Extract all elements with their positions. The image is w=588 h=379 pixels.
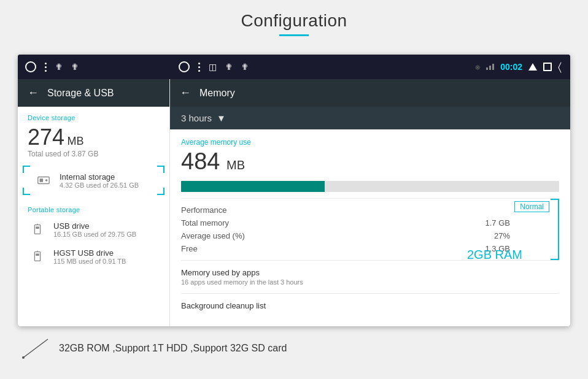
- bracket-tr: [157, 166, 164, 173]
- left-panel-header: ← Storage & USB: [18, 79, 169, 107]
- status-icons-right: ⎈ 00:02 〈: [475, 61, 562, 74]
- usb-drive-detail: 16.15 GB used of 29.75 GB: [53, 231, 136, 238]
- memory-progress-fill: [181, 181, 325, 192]
- svg-line-9: [23, 339, 48, 358]
- apps-section[interactable]: Memory used by apps 16 apps used memory …: [181, 260, 559, 293]
- internal-storage-item[interactable]: Internal storage 4.32 GB used of 26.51 G…: [24, 167, 163, 194]
- apps-subtitle: 16 apps used memory in the last 3 hours: [181, 278, 559, 286]
- avg-used-value: 27%: [494, 231, 510, 240]
- dropdown-arrow-icon: ▼: [217, 113, 226, 123]
- usb-icon-right: ✟: [225, 62, 233, 72]
- stats-right-bracket: [551, 199, 559, 260]
- hgst-drive-name: HGST USB drive: [53, 248, 126, 258]
- image-icon: ◫: [209, 62, 217, 72]
- storage-size-display: 274 MB Total used of 3.87 GB: [18, 124, 169, 163]
- usb-drive-icon: [29, 221, 46, 238]
- storage-big-num: 274: [28, 124, 64, 150]
- usb-icon-left: ✟: [55, 62, 63, 72]
- page-title: Configuration: [0, 11, 588, 31]
- internal-storage-icon: [35, 172, 52, 189]
- status-time: 00:02: [500, 62, 522, 72]
- status-bar-left: ✟ ✟: [18, 61, 170, 72]
- total-memory-value: 1.7 GB: [485, 218, 510, 228]
- circle-icon: [25, 61, 36, 72]
- usb-icon-left2: ✟: [71, 62, 79, 72]
- portable-storage-label: Portable storage: [18, 199, 169, 216]
- bracket-br: [157, 188, 164, 195]
- hgst-drive-item[interactable]: HGST USB drive 115 MB used of 0.91 TB: [18, 243, 169, 270]
- usb-drive-item[interactable]: USB drive 16.15 GB used of 29.75 GB: [18, 216, 169, 243]
- hgst-drive-icon: [29, 248, 46, 265]
- left-panel-title: Storage & USB: [47, 88, 114, 99]
- time-selector[interactable]: 3 hours ▼: [170, 107, 570, 129]
- svg-point-2: [45, 179, 48, 182]
- dots-icon-right: [198, 63, 200, 72]
- wifi-icon: [486, 64, 494, 70]
- performance-label: Performance: [181, 205, 226, 215]
- memory-unit: MB: [226, 158, 245, 172]
- right-panel: ← Memory 3 hours ▼ Average memory use 48…: [170, 79, 570, 326]
- performance-row: Performance: [181, 204, 522, 216]
- normal-badge: Normal: [514, 201, 549, 212]
- back-nav-icon: 〈: [558, 61, 562, 74]
- svg-rect-6: [34, 252, 40, 261]
- page-title-area: Configuration: [0, 0, 588, 42]
- back-arrow-right[interactable]: ←: [180, 86, 191, 99]
- total-memory-row: Total memory 1.7 GB: [181, 216, 522, 229]
- eject-icon: [528, 63, 537, 71]
- avg-used-row: Average used (%) 27%: [181, 229, 522, 242]
- time-option-label: 3 hours: [181, 113, 212, 123]
- avg-memory-label: Average memory use: [181, 138, 559, 147]
- right-panel-header: ← Memory: [170, 79, 570, 107]
- content-area: ← Storage & USB Device storage 274 MB To…: [18, 79, 570, 326]
- portable-section: Portable storage USB drive 16.15 GB used: [18, 199, 169, 270]
- circle-icon-right: [179, 61, 190, 72]
- back-arrow-left[interactable]: ←: [28, 86, 39, 99]
- bracket-bl: [23, 188, 30, 195]
- usb-drive-info: USB drive 16.15 GB used of 29.75 GB: [53, 221, 136, 238]
- storage-unit: MB: [68, 135, 84, 147]
- bottom-annotation-area: 32GB ROM ,Support 1T HDD ,Support 32G SD…: [0, 326, 588, 370]
- right-panel-title: Memory: [199, 88, 235, 99]
- title-underline: [279, 34, 309, 36]
- status-icons-left: ◫ ✟ ✟: [179, 61, 249, 72]
- memory-value: 484: [181, 148, 220, 174]
- svg-rect-3: [34, 225, 40, 234]
- bottom-annotation-text: 32GB ROM ,Support 1T HDD ,Support 32G SD…: [59, 343, 287, 354]
- bracket-tl: [23, 166, 30, 173]
- device-storage-label: Device storage: [18, 107, 169, 124]
- cleanup-section[interactable]: Background cleanup list: [181, 293, 559, 318]
- usb-drive-name: USB drive: [53, 221, 136, 231]
- free-label: Free: [181, 244, 198, 253]
- apps-title: Memory used by apps: [181, 268, 559, 277]
- annotation-arrow-icon: [17, 336, 54, 361]
- avg-used-label: Average used (%): [181, 231, 245, 240]
- storage-sub: Total used of 3.87 GB: [28, 150, 160, 158]
- left-panel: ← Storage & USB Device storage 274 MB To…: [18, 79, 170, 326]
- main-container: ✟ ✟ ◫ ✟ ✟ ⎈ 00:02: [0, 55, 588, 326]
- hgst-drive-detail: 115 MB used of 0.91 TB: [53, 258, 126, 265]
- status-bar-right: ◫ ✟ ✟ ⎈ 00:02 〈: [170, 61, 570, 74]
- svg-rect-5: [36, 226, 39, 229]
- memory-progress-bar: [181, 181, 559, 192]
- svg-rect-1: [40, 178, 44, 182]
- status-bar: ✟ ✟ ◫ ✟ ✟ ⎈ 00:02: [18, 55, 570, 79]
- memory-big-display: 484 MB: [181, 149, 559, 175]
- hgst-drive-info: HGST USB drive 115 MB used of 0.91 TB: [53, 248, 126, 265]
- annotation-line: 32GB ROM ,Support 1T HDD ,Support 32G SD…: [17, 336, 287, 361]
- internal-storage-detail: 4.32 GB used of 26.51 GB: [60, 182, 139, 189]
- square-icon: [543, 63, 552, 71]
- dots-icon: [45, 63, 47, 72]
- internal-storage-bracket: Internal storage 4.32 GB used of 26.51 G…: [24, 167, 163, 194]
- bluetooth-icon: ⎈: [475, 62, 480, 72]
- svg-rect-8: [36, 253, 39, 256]
- usb-icon-right2: ✟: [241, 62, 249, 72]
- cleanup-label: Background cleanup list: [181, 301, 559, 310]
- memory-content: Average memory use 484 MB Normal Perform…: [170, 129, 570, 326]
- internal-storage-info: Internal storage 4.32 GB used of 26.51 G…: [60, 172, 139, 189]
- internal-storage-name: Internal storage: [60, 172, 139, 182]
- svg-point-10: [22, 356, 25, 359]
- device-frame: ✟ ✟ ◫ ✟ ✟ ⎈ 00:02: [18, 55, 570, 326]
- total-memory-label: Total memory: [181, 218, 229, 228]
